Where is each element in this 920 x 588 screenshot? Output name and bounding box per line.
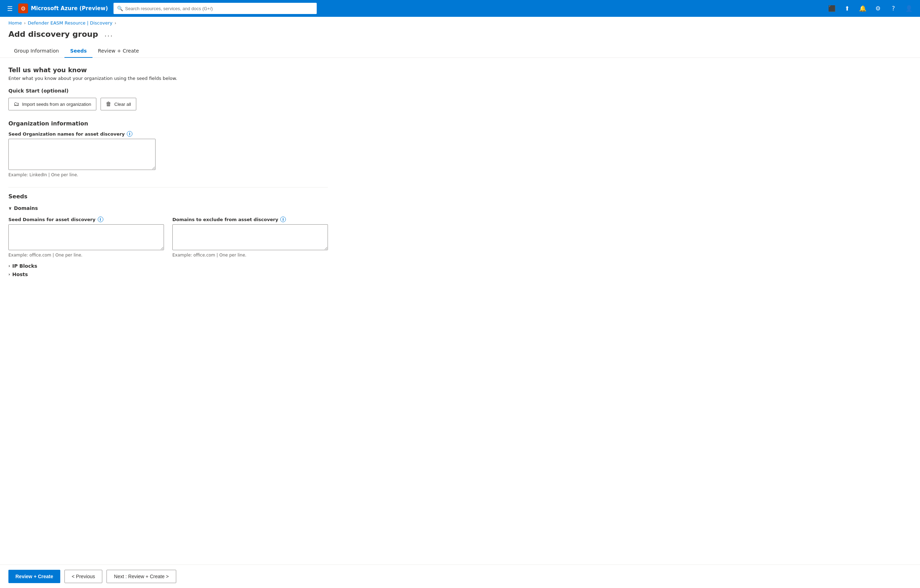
trash-icon: 🗑 xyxy=(106,101,112,107)
seed-domains-label: Seed Domains for asset discovery i xyxy=(8,217,164,222)
seed-domains-hint: Example: office.com | One per line. xyxy=(8,253,164,258)
page-title: Add discovery group xyxy=(8,30,98,39)
domains-fields: Seed Domains for asset discovery i Examp… xyxy=(8,217,328,258)
breadcrumb-sep-1: › xyxy=(24,21,26,26)
hosts-chevron-right-icon: › xyxy=(8,272,10,277)
exclude-domains-textarea[interactable] xyxy=(172,224,328,250)
settings-icon[interactable]: ⚙ xyxy=(871,2,885,15)
org-names-hint: Example: LinkedIn | One per line. xyxy=(8,172,328,177)
seed-domains-info-icon[interactable]: i xyxy=(98,217,104,222)
ip-blocks-collapsible-header[interactable]: › IP Blocks xyxy=(8,263,328,269)
breadcrumb: Home › Defender EASM Resource | Discover… xyxy=(0,17,920,29)
tab-group-information[interactable]: Group Information xyxy=(8,44,65,58)
breadcrumb-sep-2: › xyxy=(115,21,116,26)
notifications-icon[interactable]: 🔔 xyxy=(855,2,870,15)
quickstart-buttons: 🗂 Import seeds from an organization 🗑 Cl… xyxy=(8,98,328,110)
seed-domains-field: Seed Domains for asset discovery i Examp… xyxy=(8,217,164,258)
domains-collapsible-header[interactable]: ∨ Domains xyxy=(8,205,328,211)
tabs: Group Information Seeds Review + Create xyxy=(0,44,920,58)
seed-domains-textarea[interactable] xyxy=(8,224,164,250)
import-seeds-button[interactable]: 🗂 Import seeds from an organization xyxy=(8,98,96,110)
topnav-actions: ⬛ ⬆ 🔔 ⚙ ? 👤 xyxy=(825,2,916,15)
domains-chevron-down-icon: ∨ xyxy=(8,206,12,211)
section-desc: Enter what you know about your organizat… xyxy=(8,76,328,81)
tab-review-create[interactable]: Review + Create xyxy=(92,44,145,58)
org-names-textarea[interactable] xyxy=(8,139,155,170)
quickstart-label: Quick Start (optional) xyxy=(8,88,328,94)
exclude-domains-info-icon[interactable]: i xyxy=(280,217,286,222)
exclude-domains-hint: Example: office.com | One per line. xyxy=(172,253,328,258)
page-header: Add discovery group ... xyxy=(0,29,920,44)
app-name: Microsoft Azure (Preview) xyxy=(31,5,108,11)
cloud-shell-icon[interactable]: ⬛ xyxy=(825,2,839,15)
breadcrumb-home[interactable]: Home xyxy=(8,20,22,26)
org-names-field-label: Seed Organization names for asset discov… xyxy=(8,131,328,137)
search-bar[interactable]: 🔍 xyxy=(113,3,317,14)
org-names-info-icon[interactable]: i xyxy=(127,131,133,137)
breadcrumb-resource[interactable]: Defender EASM Resource | Discovery xyxy=(28,20,112,26)
app-logo-icon: ⚙️ xyxy=(18,3,28,13)
search-icon: 🔍 xyxy=(117,6,123,11)
org-info-title: Organization information xyxy=(8,120,328,127)
tab-seeds[interactable]: Seeds xyxy=(65,44,92,58)
exclude-domains-label: Domains to exclude from asset discovery … xyxy=(172,217,328,222)
upload-icon[interactable]: ⬆ xyxy=(840,2,854,15)
section-title: Tell us what you know xyxy=(8,66,328,74)
topnav: ☰ ⚙️ Microsoft Azure (Preview) 🔍 ⬛ ⬆ 🔔 ⚙… xyxy=(0,0,920,17)
account-icon[interactable]: 👤 xyxy=(902,2,916,15)
app-logo: ⚙️ Microsoft Azure (Preview) xyxy=(18,3,108,13)
import-icon: 🗂 xyxy=(14,101,19,107)
page-more-button[interactable]: ... xyxy=(102,29,115,39)
help-icon[interactable]: ? xyxy=(886,2,901,15)
quickstart-section: Quick Start (optional) 🗂 Import seeds fr… xyxy=(8,88,328,110)
org-info-section: Organization information Seed Organizati… xyxy=(8,120,328,177)
divider-1 xyxy=(8,187,328,188)
seeds-title: Seeds xyxy=(8,193,328,200)
search-input[interactable] xyxy=(125,6,313,11)
ip-blocks-chevron-right-icon: › xyxy=(8,264,10,269)
hamburger-menu[interactable]: ☰ xyxy=(4,2,15,15)
clear-all-button[interactable]: 🗑 Clear all xyxy=(100,98,136,110)
main-content: Tell us what you know Enter what you kno… xyxy=(0,58,336,328)
seeds-section: Seeds ∨ Domains Seed Domains for asset d… xyxy=(8,193,328,277)
hosts-collapsible-header[interactable]: › Hosts xyxy=(8,272,328,277)
exclude-domains-field: Domains to exclude from asset discovery … xyxy=(172,217,328,258)
